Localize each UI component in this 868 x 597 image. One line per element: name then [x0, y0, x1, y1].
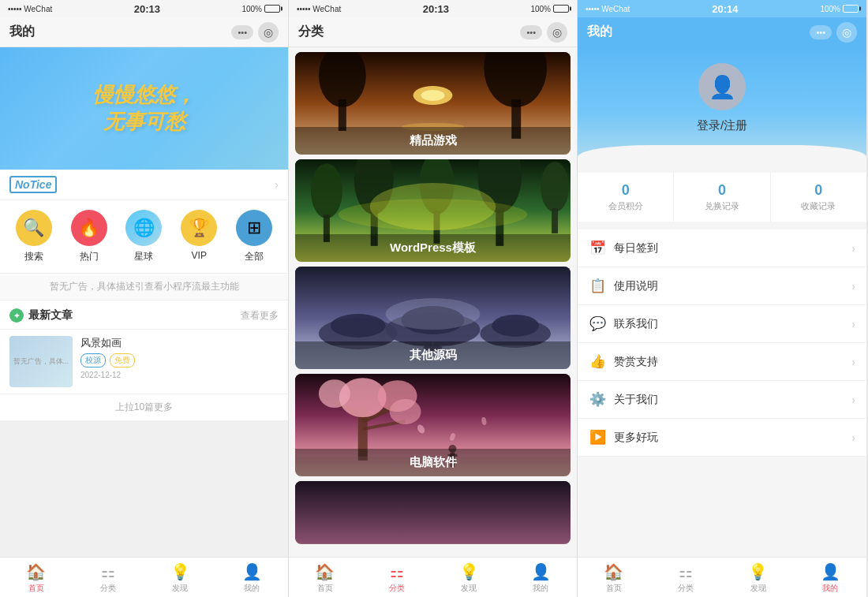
menu-item-more[interactable]: ▶️ 更多好玩 › — [578, 419, 866, 457]
stat-points[interactable]: 0 会员积分 — [578, 173, 674, 222]
vip-label: VIP — [192, 250, 207, 261]
cat-card-extra[interactable] — [295, 481, 571, 544]
nav-item-home-discover[interactable]: 💡 发现 — [144, 562, 216, 594]
nav-item-home-home[interactable]: 🏠 首页 — [0, 562, 72, 594]
support-arrow-icon: › — [851, 356, 855, 368]
nav-item-mine-mine[interactable]: 👤 我的 — [795, 562, 867, 594]
icon-grid: 🔍 搜索 🔥 热门 🌐 星球 🏆 VIP ⊞ 全部 — [0, 200, 288, 274]
discover-nav-icon-mine: 💡 — [748, 562, 768, 581]
target-icon-mine: ◎ — [842, 26, 851, 39]
search-label: 搜索 — [24, 250, 43, 263]
nav-item-mine-discover[interactable]: 💡 发现 — [722, 562, 795, 594]
home-nav-icon-mine: 🏠 — [604, 562, 623, 581]
bottom-nav-cat: 🏠 首页 ⚏ 分类 💡 发现 👤 我的 — [289, 557, 577, 597]
article-item-0[interactable]: 暂无广告，具体... 风景如画 校源 免费 2022-12-12 — [0, 329, 288, 394]
cat-card-games[interactable]: 精品游戏 — [295, 52, 571, 155]
dots-icon-cat: ••• — [526, 28, 536, 37]
menu-item-signin[interactable]: 📅 每日签到 › — [578, 229, 866, 267]
target-icon-home: ◎ — [264, 26, 273, 39]
nav-dots-mine[interactable]: ••• — [810, 25, 832, 39]
mine-nav-icon: 👤 — [242, 562, 262, 581]
stat-exchange-label: 兑换记录 — [705, 200, 739, 212]
notice-bar[interactable]: NoTice › — [0, 170, 288, 200]
battery-pct-home: 100% — [241, 5, 262, 13]
cat-card-others[interactable]: 其他源码 — [295, 267, 571, 369]
discover-nav-icon-cat: 💡 — [459, 562, 479, 581]
battery-pct-mine: 100% — [820, 5, 840, 13]
nav-title-cat: 分类 — [298, 24, 324, 40]
nav-item-cat-home[interactable]: 🏠 首页 — [289, 562, 361, 594]
nav-target-mine[interactable]: ◎ — [836, 22, 857, 43]
article-thumb-overlay-0: 暂无广告，具体... — [10, 353, 73, 370]
icon-hot[interactable]: 🔥 热门 — [71, 210, 107, 263]
panel-categories: ••••• WeChat 20:13 100% 分类 ••• ◎ — [289, 0, 578, 597]
time-cat: 20:13 — [423, 3, 449, 15]
menu-item-contact[interactable]: 💬 联系我们 › — [578, 305, 866, 343]
cat-label-wp: WordPress模板 — [295, 234, 571, 262]
hot-label: 热门 — [80, 250, 99, 263]
banner-home: 慢慢悠悠， 无事可愁 — [0, 47, 288, 170]
nav-dots-home[interactable]: ••• — [231, 25, 253, 39]
battery-pct-cat: 100% — [530, 5, 551, 13]
section-more-link[interactable]: 查看更多 — [241, 309, 279, 323]
battery-home: 100% — [241, 5, 280, 13]
menu-item-instructions[interactable]: 📋 使用说明 › — [578, 267, 866, 305]
avatar[interactable]: 👤 — [698, 63, 746, 110]
nav-icons-cat: ••• ◎ — [520, 22, 567, 43]
nav-bar-mine: 我的 ••• ◎ — [578, 17, 866, 47]
nav-target-home[interactable]: ◎ — [258, 22, 279, 43]
nav-item-home-mine[interactable]: 👤 我的 — [216, 562, 288, 594]
nav-dots-cat[interactable]: ••• — [520, 25, 542, 39]
login-text[interactable]: 登录/注册 — [697, 118, 747, 133]
status-bar-home: ••••• WeChat 20:13 100% — [0, 0, 288, 17]
stat-points-label: 会员积分 — [608, 200, 643, 212]
cat-card-software[interactable]: 电脑软件 — [295, 374, 571, 476]
signal-home: ••••• WeChat — [8, 5, 52, 13]
icon-all[interactable]: ⊞ 全部 — [236, 210, 272, 263]
nav-item-cat-cat[interactable]: ⚏ 分类 — [361, 562, 432, 594]
status-bar-cat: ••••• WeChat 20:13 100% — [289, 0, 577, 17]
stat-exchange[interactable]: 0 兑换记录 — [674, 173, 770, 222]
nav-item-mine-home[interactable]: 🏠 首页 — [578, 562, 650, 594]
banner-line1: 慢慢悠悠， — [93, 82, 196, 109]
nav-item-home-cat[interactable]: ⚏ 分类 — [72, 562, 144, 594]
home-nav-label: 首页 — [28, 583, 44, 594]
dots-icon-mine: ••• — [816, 28, 825, 37]
svg-point-23 — [331, 314, 386, 338]
stats-row: 0 会员积分 0 兑换记录 0 收藏记录 — [578, 173, 866, 222]
svg-point-40 — [390, 399, 421, 424]
planet-icon: 🌐 — [125, 210, 162, 246]
cat-nav-icon-cat: ⚏ — [390, 562, 404, 581]
mine-nav-icon-cat: 👤 — [531, 562, 551, 581]
icon-search[interactable]: 🔍 搜索 — [16, 210, 52, 263]
menu-item-about[interactable]: ⚙️ 关于我们 › — [578, 381, 866, 419]
home-nav-label-cat: 首页 — [317, 583, 333, 594]
stat-points-num: 0 — [622, 182, 630, 199]
cat-nav-label: 分类 — [100, 583, 116, 594]
icon-vip[interactable]: 🏆 VIP — [181, 210, 217, 263]
vip-icon: 🏆 — [181, 210, 217, 246]
nav-title-mine: 我的 — [587, 24, 612, 40]
more-articles-text[interactable]: 上拉10篇更多 — [0, 394, 288, 420]
nav-item-cat-discover[interactable]: 💡 发现 — [433, 562, 505, 594]
icon-planet[interactable]: 🌐 星球 — [125, 210, 162, 263]
stat-favorites[interactable]: 0 收藏记录 — [771, 173, 866, 222]
svg-point-31 — [386, 298, 481, 330]
stat-favorites-num: 0 — [814, 182, 822, 199]
cat-card-wp[interactable]: WordPress模板 — [295, 159, 571, 262]
more-arrow-icon: › — [851, 431, 855, 444]
nav-item-mine-cat[interactable]: ⚏ 分类 — [650, 562, 723, 594]
signin-arrow-icon: › — [851, 242, 855, 255]
contact-icon: 💬 — [589, 315, 606, 332]
article-thumb-0: 暂无广告，具体... — [9, 336, 73, 387]
home-nav-icon-cat: 🏠 — [315, 562, 335, 581]
battery-icon-home — [264, 5, 280, 13]
menu-item-support[interactable]: 👍 赞赏支持 › — [578, 343, 866, 381]
time-mine: 20:14 — [712, 3, 738, 15]
nav-item-cat-mine[interactable]: 👤 我的 — [505, 562, 577, 594]
planet-label: 星球 — [134, 250, 153, 263]
battery-icon-cat — [553, 5, 569, 13]
signal-mine: ••••• WeChat — [586, 5, 630, 13]
discover-nav-label: 发现 — [172, 583, 188, 594]
nav-target-cat[interactable]: ◎ — [547, 22, 567, 43]
